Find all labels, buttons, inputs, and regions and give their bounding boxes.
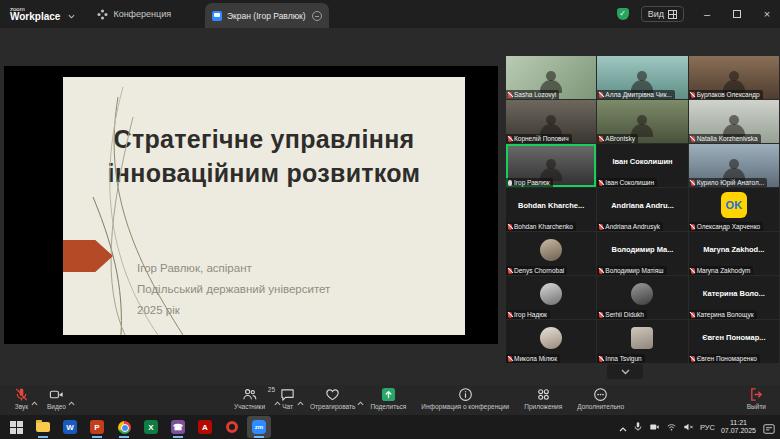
word-button[interactable]: W	[58, 416, 82, 438]
participant-tile[interactable]: OK Олександр Харченко	[689, 188, 779, 231]
red-browser-icon	[226, 421, 238, 433]
apps-button[interactable]: Приложения	[524, 387, 562, 410]
participant-tile[interactable]: Ігор Надюк	[506, 276, 596, 319]
share-screen-button[interactable]: Поделиться	[370, 387, 406, 410]
file-explorer-button[interactable]	[31, 416, 55, 438]
participant-tile[interactable]: Natalia Korzhenivska	[689, 100, 779, 143]
participant-tile[interactable]: Іван Соколишин Іван Соколишин	[597, 144, 687, 187]
participant-name: Володимир Матіяш	[605, 267, 663, 274]
excel-button[interactable]: X	[139, 416, 163, 438]
participant-name: Sasha Lozovyi	[514, 91, 556, 98]
muted-mic-icon	[508, 136, 512, 142]
chevron-up-icon[interactable]	[68, 392, 75, 410]
participant-tile[interactable]: Бурлаков Олександр	[689, 56, 779, 99]
screen-tab-label: Экран (Ігор Равлюк)	[227, 11, 307, 21]
more-options-button[interactable]: Дополнительно	[577, 387, 624, 410]
viber-button[interactable]: ☎	[166, 416, 190, 438]
powerpoint-button[interactable]: P	[85, 416, 109, 438]
avatar: OK	[721, 192, 747, 218]
chat-icon	[280, 387, 295, 402]
participant-tile[interactable]: Denys Chornobai	[506, 232, 596, 275]
participant-name: Natalia Korzhenivska	[697, 135, 758, 142]
browser-c-button[interactable]	[220, 416, 244, 438]
chevron-up-icon[interactable]	[297, 392, 304, 410]
participant-display-name: Andriana Andru...	[599, 201, 685, 210]
react-button[interactable]: Отреагировать	[310, 387, 355, 410]
participants-label: Участники	[234, 403, 265, 410]
muted-mic-icon	[599, 268, 603, 274]
leave-icon	[749, 387, 764, 402]
heart-icon	[325, 387, 340, 402]
excel-icon: X	[144, 420, 158, 434]
chevron-down-icon	[621, 369, 630, 375]
view-button[interactable]: Вид	[641, 6, 684, 22]
participant-tile[interactable]: Катерина Воло... Катерина Волощук	[689, 276, 779, 319]
meeting-info-button[interactable]: Информация о конференции	[421, 387, 509, 410]
acrobat-button[interactable]: A	[193, 416, 217, 438]
notification-center-icon[interactable]	[762, 421, 776, 433]
zoom-app-button[interactable]: zm	[247, 416, 271, 438]
participant-name: Бурлаков Олександр	[697, 91, 760, 98]
audio-button[interactable]: Звук	[14, 387, 29, 410]
time-text: 11:21	[721, 419, 756, 428]
muted-mic-icon	[691, 356, 695, 362]
avatar	[540, 283, 562, 305]
participant-display-name: Володимир Ма...	[599, 245, 685, 254]
presentation-slide: Стратегічне управління інноваційним розв…	[63, 77, 465, 335]
participant-tile[interactable]: Maryna Zakhod... Maryna Zakhodym	[689, 232, 779, 275]
start-button[interactable]	[4, 416, 28, 438]
participant-tile[interactable]: Алла Дмитрівна Чик...	[597, 56, 687, 99]
video-button[interactable]: Видео	[47, 387, 66, 410]
participant-name: Serhii Didukh	[605, 311, 644, 318]
participant-name: Ігор Надюк	[514, 311, 547, 318]
tray-volume-muted-icon[interactable]	[683, 418, 694, 436]
tray-network-icon[interactable]	[666, 418, 677, 436]
muted-mic-icon	[691, 312, 695, 318]
more-participants-button[interactable]	[607, 364, 643, 379]
slide-year: 2025 рік	[137, 300, 330, 321]
chevron-down-icon[interactable]	[68, 5, 75, 23]
minimize-button[interactable]: –	[694, 0, 720, 28]
tray-camera-icon[interactable]	[649, 418, 660, 436]
leave-meeting-button[interactable]: Выйти	[747, 387, 766, 410]
participant-name: Іван Соколишин	[605, 179, 654, 186]
participant-tile[interactable]: Корнелій Попович	[506, 100, 596, 143]
zoom-meeting-window: zoom Workplace Конференция Экран (Ігор Р…	[0, 0, 780, 439]
tab-meetings[interactable]: Конференция	[97, 9, 171, 20]
close-tab-icon[interactable]	[312, 11, 322, 21]
chrome-button[interactable]	[112, 416, 136, 438]
participant-tile[interactable]: Володимир Ма... Володимир Матіяш	[597, 232, 687, 275]
participant-tile[interactable]: Bohdan Kharche... Bohdan Kharchenko	[506, 188, 596, 231]
chevron-up-icon[interactable]	[357, 392, 364, 410]
zoom-workplace-logo: zoom Workplace	[10, 6, 60, 22]
chrome-icon	[118, 421, 131, 434]
participant-tile-active-speaker[interactable]: Ігор Равлюк	[506, 144, 596, 187]
muted-mic-icon	[599, 136, 603, 142]
avatar	[631, 283, 653, 305]
meetings-icon	[97, 9, 108, 20]
participants-button[interactable]: 25 Участники	[234, 387, 265, 410]
tab-screen-share[interactable]: Экран (Ігор Равлюк)	[205, 3, 329, 28]
chevron-up-icon[interactable]	[31, 392, 38, 410]
participant-tile[interactable]: Serhii Didukh	[597, 276, 687, 319]
participant-tile[interactable]: Inna Tsvigun	[597, 320, 687, 363]
participant-tile[interactable]: Andriana Andru... Andriana Andrusyk	[597, 188, 687, 231]
close-window-button[interactable]: ×	[754, 0, 780, 28]
tray-mic-icon[interactable]	[633, 418, 643, 436]
windows-taskbar: W P X ☎ A zm	[0, 415, 780, 439]
chat-button[interactable]: Чат	[280, 387, 295, 410]
maximize-button[interactable]	[724, 0, 750, 28]
participant-tile[interactable]: Євген Пономар... Євген Пономаренко	[689, 320, 779, 363]
language-indicator[interactable]: РУС	[700, 423, 715, 432]
tray-expand-chevron-icon[interactable]	[619, 418, 627, 436]
participant-tile[interactable]: Курило Юрій Анатол...	[689, 144, 779, 187]
security-shield-icon[interactable]: ✓	[617, 8, 629, 20]
participant-tile[interactable]: Микола Мілюк	[506, 320, 596, 363]
acrobat-icon: A	[198, 420, 212, 434]
participant-name: ABrontsky	[605, 135, 635, 142]
clock[interactable]: 11:21 07.07.2025	[721, 419, 756, 436]
participant-tile[interactable]: ABrontsky	[597, 100, 687, 143]
zoom-icon: zm	[252, 420, 266, 434]
participant-tile[interactable]: Sasha Lozovyi	[506, 56, 596, 99]
participants-gallery: Sasha Lozovyi Алла Дмитрівна Чик... Бурл…	[506, 56, 779, 363]
